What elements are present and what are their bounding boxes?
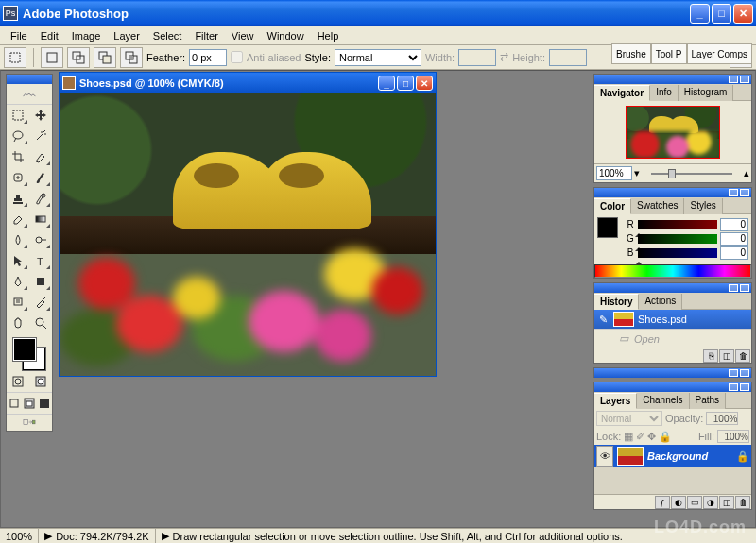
document-canvas[interactable] [60,93,436,376]
dodge-tool-icon[interactable] [29,229,52,250]
new-set-icon[interactable]: ▭ [687,496,702,509]
status-docinfo[interactable]: ▶Doc: 794.2K/794.2K [39,529,155,543]
lock-paint-icon[interactable]: ✐ [636,431,644,443]
selection-new-icon[interactable] [41,47,63,68]
selection-add-icon[interactable] [67,47,90,68]
panel-close-icon[interactable] [740,383,749,391]
tab-histogram[interactable]: Histogram [679,85,734,101]
tab-channels[interactable]: Channels [637,393,689,409]
lock-move-icon[interactable]: ✥ [647,431,656,443]
doc-close-button[interactable]: ✕ [416,76,433,91]
feather-input[interactable] [189,49,227,66]
eyedropper-tool-icon[interactable] [29,292,52,313]
foreground-color-swatch[interactable] [12,337,37,362]
dock-toolpresets-tab[interactable]: Tool P [651,43,687,64]
color-fg-swatch[interactable] [597,217,618,238]
toolbox-titlebar[interactable] [7,75,52,84]
tab-navigator[interactable]: Navigator [594,85,650,101]
tab-history[interactable]: History [594,294,639,310]
panel-minimize-icon[interactable] [729,369,738,377]
panel-minimize-icon[interactable] [729,383,738,391]
lock-all-icon[interactable]: 🔒 [659,431,672,443]
marquee-tool-icon[interactable] [7,105,29,126]
zoom-out-icon[interactable]: ▾ [634,167,640,179]
crop-tool-icon[interactable] [7,146,29,167]
layer-name[interactable]: Background [647,450,708,462]
layer-visibility-icon[interactable]: 👁 [596,446,613,467]
doc-maximize-button[interactable]: □ [397,76,414,91]
layer-row-background[interactable]: 👁 Background 🔒 [594,445,751,467]
dock-brushes-tab[interactable]: Brushe [611,43,651,64]
pen-tool-icon[interactable] [7,271,29,292]
menu-view[interactable]: View [225,28,261,43]
tab-swatches[interactable]: Swatches [631,198,684,214]
tab-color[interactable]: Color [594,198,631,214]
panel-minimize-icon[interactable] [729,189,738,196]
zoom-in-icon[interactable]: ▴ [744,167,749,179]
color-picker[interactable] [7,333,52,371]
adjustment-layer-icon[interactable]: ◑ [703,496,718,509]
tab-actions[interactable]: Actions [639,294,682,310]
g-value-input[interactable] [720,232,748,246]
quickmask-off-icon[interactable] [7,371,29,392]
panel-close-icon[interactable] [740,369,749,377]
tab-info[interactable]: Info [650,85,679,101]
style-select[interactable]: Normal [335,49,421,66]
menu-select[interactable]: Select [146,28,189,43]
history-brush-tool-icon[interactable] [29,188,52,209]
r-slider[interactable] [638,220,717,229]
new-snapshot-icon[interactable]: ◫ [719,349,734,363]
layer-thumbnail[interactable] [617,447,644,466]
document-titlebar[interactable]: Shoes.psd @ 100% (CMYK/8) _ □ ✕ [60,73,436,93]
panel-minimize-icon[interactable] [729,284,738,292]
color-ramp[interactable] [594,264,751,278]
screenmode-full-icon[interactable] [37,393,52,414]
history-brush-source-icon[interactable]: ✎ [596,314,610,326]
screenmode-standard-icon[interactable] [7,393,22,414]
quickmask-on-icon[interactable] [29,371,52,392]
layer-mask-icon[interactable]: ◐ [671,496,686,509]
doc-minimize-button[interactable]: _ [378,76,395,91]
navigator-zoom-input[interactable] [596,166,632,180]
navigator-thumbnail[interactable] [626,106,720,159]
healing-tool-icon[interactable] [7,167,29,188]
menu-window[interactable]: Window [261,28,311,43]
new-layer-icon[interactable]: ◫ [719,496,734,509]
selection-subtract-icon[interactable] [94,47,116,68]
stamp-tool-icon[interactable] [7,188,29,209]
hint-menu-icon[interactable]: ▶ [162,530,169,542]
notes-tool-icon[interactable] [7,292,29,313]
g-slider[interactable] [638,234,717,244]
menu-edit[interactable]: Edit [34,28,65,43]
move-tool-icon[interactable] [29,105,52,126]
r-value-input[interactable] [720,218,748,231]
imageready-jump-icon[interactable] [23,416,36,431]
delete-layer-icon[interactable]: 🗑 [735,496,750,509]
tab-paths[interactable]: Paths [690,393,727,409]
history-state-row[interactable]: ▭ Open [594,329,751,348]
lasso-tool-icon[interactable] [7,126,29,146]
navigator-zoom-slider[interactable] [642,169,742,178]
wand-tool-icon[interactable] [29,126,52,146]
layer-style-icon[interactable]: ƒ [655,496,670,509]
panel-close-icon[interactable] [740,76,749,83]
minimize-button[interactable]: _ [690,4,710,24]
shape-tool-icon[interactable] [29,271,52,292]
menu-layer[interactable]: Layer [107,28,146,43]
zoom-tool-icon[interactable] [29,313,52,333]
selection-intersect-icon[interactable] [120,47,143,68]
marquee-preset-icon[interactable] [4,47,26,68]
slice-tool-icon[interactable] [29,146,52,167]
menu-image[interactable]: Image [65,28,108,43]
status-zoom[interactable]: 100% [0,529,39,543]
tab-styles[interactable]: Styles [684,198,722,214]
docinfo-menu-icon[interactable]: ▶ [44,530,52,542]
type-tool-icon[interactable]: T [29,250,52,271]
trash-icon[interactable]: 🗑 [735,349,750,363]
menu-help[interactable]: Help [311,28,346,43]
menu-file[interactable]: File [4,28,34,43]
b-slider[interactable] [638,248,717,258]
lock-transparent-icon[interactable]: ▦ [624,431,633,443]
history-snapshot-row[interactable]: ✎ Shoes.psd [594,310,751,329]
screenmode-menubar-icon[interactable] [22,393,37,414]
